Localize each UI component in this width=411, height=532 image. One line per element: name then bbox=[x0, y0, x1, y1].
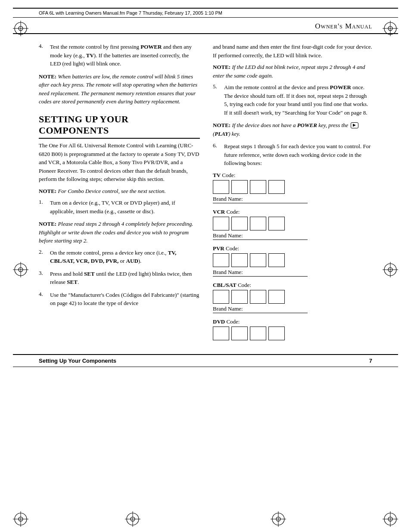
pvr-code-box-3[interactable] bbox=[250, 253, 266, 267]
tv-code-boxes bbox=[213, 180, 372, 194]
cblsat-code-box-1[interactable] bbox=[213, 290, 229, 304]
header-section: Owner's Manual bbox=[13, 18, 398, 34]
vcr-code-box-2[interactable] bbox=[231, 217, 248, 230]
vcr-code-label: VCR Code: bbox=[213, 208, 372, 215]
step-3-num: 3. bbox=[39, 270, 47, 286]
right-column: and brand name and then enter the first … bbox=[213, 43, 372, 345]
left-column: 4. Test the remote control by first pres… bbox=[39, 43, 200, 345]
dvd-code-box-2[interactable] bbox=[231, 327, 248, 340]
dvd-code-box-4[interactable] bbox=[268, 327, 285, 340]
note-2: NOTE: For Combo Device control, see the … bbox=[39, 187, 200, 196]
dvd-code-box-1[interactable] bbox=[213, 327, 229, 340]
step-1-text: Turn on a device (e.g., TV, VCR or DVD p… bbox=[50, 199, 200, 215]
cblsat-code-box-4[interactable] bbox=[268, 290, 285, 304]
tv-code-box-1[interactable] bbox=[213, 180, 229, 194]
dvd-code-box-3[interactable] bbox=[250, 327, 266, 340]
reg-mark-bot-right bbox=[383, 511, 398, 527]
vcr-code-box-4[interactable] bbox=[268, 217, 285, 230]
page: OFA 6L with Learning Owners Manual.fm Pa… bbox=[0, 8, 411, 532]
file-info: OFA 6L with Learning Owners Manual.fm Pa… bbox=[39, 10, 222, 16]
reg-mark-bot-mid-left bbox=[125, 511, 140, 527]
step-6-text: Repeat steps 1 through 5 for each device… bbox=[224, 142, 372, 168]
reg-mark-bot-mid-right bbox=[271, 511, 286, 527]
tv-code-box-3[interactable] bbox=[250, 180, 266, 194]
reg-mark-top-right bbox=[383, 21, 398, 36]
footer-section: Setting Up Your Components 7 bbox=[13, 354, 398, 367]
note-3: NOTE: Please read steps 2 through 4 comp… bbox=[39, 220, 200, 245]
step-1-item: 1. Turn on a device (e.g., TV, VCR or DV… bbox=[39, 199, 200, 215]
vcr-code-boxes bbox=[213, 217, 372, 230]
dvd-code-boxes bbox=[213, 327, 372, 340]
tv-code-box-2[interactable] bbox=[231, 180, 248, 194]
tv-code-box-4[interactable] bbox=[268, 180, 285, 194]
step-5-num: 5. bbox=[213, 83, 221, 117]
step-2-text: On the remote control, press a device ke… bbox=[50, 249, 200, 265]
step-5-text: Aim the remote control at the device and… bbox=[224, 83, 372, 117]
vcr-brand-name: Brand Name: bbox=[213, 232, 308, 240]
pvr-brand-name: Brand Name: bbox=[213, 269, 308, 277]
cblsat-code-box-2[interactable] bbox=[231, 290, 248, 304]
cblsat-brand-name: Brand Name: bbox=[213, 305, 308, 313]
cblsat-code-box-3[interactable] bbox=[250, 290, 266, 304]
vcr-code-box-1[interactable] bbox=[213, 217, 229, 230]
step-6-item: 6. Repeat steps 1 through 5 for each dev… bbox=[213, 142, 372, 168]
step-4b-continuation: and brand name and then enter the first … bbox=[213, 43, 372, 59]
step-2-num: 2. bbox=[39, 249, 47, 265]
tv-code-section: TV Code: Brand Name: bbox=[213, 172, 372, 203]
step-5-item: 5. Aim the remote control at the device … bbox=[213, 83, 372, 117]
cblsat-code-label: CBL/SAT Code: bbox=[213, 282, 372, 289]
note-1: NOTE: When batteries are low, the remote… bbox=[39, 72, 200, 106]
step-3-text: Press and hold SET until the LED (red li… bbox=[50, 270, 200, 286]
tv-brand-name: Brand Name: bbox=[213, 196, 308, 203]
step-3-item: 3. Press and hold SET until the LED (red… bbox=[39, 270, 200, 286]
dvd-code-section: DVD Code: bbox=[213, 318, 372, 340]
pvr-code-section: PVR Code: Brand Name: bbox=[213, 245, 372, 277]
intro-paragraph: The One For All 6L Universal Remote Cont… bbox=[39, 141, 200, 184]
step-4-text: Test the remote control by first pressin… bbox=[50, 43, 200, 68]
section-heading: Setting Up YourComponents bbox=[39, 114, 200, 139]
footer-right: 7 bbox=[369, 358, 372, 364]
pvr-code-box-4[interactable] bbox=[268, 253, 285, 267]
note-5: NOTE: If the device does not have a POWE… bbox=[213, 121, 372, 138]
note-4: NOTE: If the LED did not blink twice, re… bbox=[213, 63, 372, 80]
step-2-item: 2. On the remote control, press a device… bbox=[39, 249, 200, 265]
step-1-num: 1. bbox=[39, 199, 47, 215]
pvr-code-label: PVR Code: bbox=[213, 245, 372, 252]
pvr-code-box-1[interactable] bbox=[213, 253, 229, 267]
cblsat-code-section: CBL/SAT Code: Brand Name: bbox=[213, 282, 372, 313]
header-title-text: Owner's Manual bbox=[315, 22, 372, 30]
dvd-code-label: DVD Code: bbox=[213, 318, 372, 325]
step-4b-text: Use the "Manufacturer's Codes (Códigos d… bbox=[50, 291, 200, 308]
main-content: 4. Test the remote control by first pres… bbox=[13, 34, 398, 354]
header-title: Owner's Manual bbox=[315, 22, 372, 31]
top-bar: OFA 6L with Learning Owners Manual.fm Pa… bbox=[13, 8, 398, 18]
play-button-icon bbox=[351, 122, 358, 128]
step-6-num: 6. bbox=[213, 142, 221, 168]
pvr-code-boxes bbox=[213, 253, 372, 267]
cblsat-code-boxes bbox=[213, 290, 372, 304]
vcr-code-box-3[interactable] bbox=[250, 217, 266, 230]
tv-code-label: TV Code: bbox=[213, 172, 372, 179]
reg-mark-mid-left bbox=[13, 262, 28, 277]
footer-left: Setting Up Your Components bbox=[39, 358, 116, 364]
vcr-code-section: VCR Code: Brand Name: bbox=[213, 208, 372, 240]
step-4-item: 4. Test the remote control by first pres… bbox=[39, 43, 200, 68]
step-4-num: 4. bbox=[39, 43, 47, 68]
step-4b-num: 4. bbox=[39, 291, 47, 308]
pvr-code-box-2[interactable] bbox=[231, 253, 248, 267]
reg-mark-bot-left bbox=[13, 511, 28, 527]
reg-mark-top-left bbox=[13, 21, 28, 36]
step-4b-item: 4. Use the "Manufacturer's Codes (Código… bbox=[39, 291, 200, 308]
reg-mark-mid-right bbox=[383, 262, 398, 277]
